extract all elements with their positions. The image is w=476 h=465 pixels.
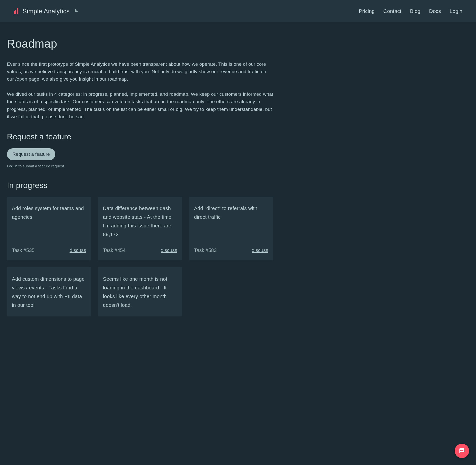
- intro-text-2: page, we also give you insight in our ro…: [27, 76, 128, 82]
- in-progress-heading: In progress: [7, 179, 273, 192]
- task-id: Task #583: [194, 246, 217, 254]
- task-title: Add "direct" to referrals with direct tr…: [194, 204, 268, 221]
- nav-login[interactable]: Login: [450, 7, 462, 15]
- task-id: Task #454: [103, 246, 125, 254]
- task-card: Data difference between dash and website…: [98, 197, 182, 260]
- content: Roadmap Ever since the first prototype o…: [0, 22, 280, 341]
- main-nav: Pricing Contact Blog Docs Login: [359, 7, 462, 15]
- task-title: Add custom dimensions to page views / ev…: [12, 275, 86, 310]
- brand-name: Simple Analytics: [23, 6, 70, 16]
- task-title: Add roles system for teams and agencies: [12, 204, 86, 221]
- task-grid: Add roles system for teams and agencies …: [7, 197, 273, 316]
- page-title: Roadmap: [7, 35, 273, 53]
- login-suffix: to submit a feature request.: [17, 164, 65, 168]
- main-header: Simple Analytics Pricing Contact Blog Do…: [0, 0, 476, 22]
- nav-docs[interactable]: Docs: [429, 7, 441, 15]
- brand[interactable]: Simple Analytics: [14, 6, 79, 16]
- task-title: Seems like one month is not loading in t…: [103, 275, 177, 310]
- task-footer: Task #535 discuss: [12, 246, 86, 254]
- request-feature-button[interactable]: Request a feature: [7, 148, 55, 160]
- nav-blog[interactable]: Blog: [410, 7, 420, 15]
- discuss-link[interactable]: discuss: [161, 246, 177, 254]
- nav-contact[interactable]: Contact: [383, 7, 401, 15]
- task-card: Add custom dimensions to page views / ev…: [7, 267, 91, 316]
- task-footer: Task #583 discuss: [194, 246, 268, 254]
- open-link[interactable]: /open: [15, 76, 28, 82]
- logo-icon: [14, 8, 18, 14]
- task-title: Data difference between dash and website…: [103, 204, 177, 239]
- moon-icon[interactable]: [74, 7, 79, 15]
- login-note: Log in to submit a feature request.: [7, 163, 273, 169]
- task-card: Seems like one month is not loading in t…: [98, 267, 182, 316]
- intro-paragraph: Ever since the first prototype of Simple…: [7, 61, 273, 83]
- discuss-link[interactable]: discuss: [70, 246, 86, 254]
- task-id: Task #535: [12, 246, 34, 254]
- task-card: Add "direct" to referrals with direct tr…: [189, 197, 273, 260]
- request-heading: Request a feature: [7, 130, 273, 143]
- login-link[interactable]: Log in: [7, 164, 17, 168]
- task-footer: Task #454 discuss: [103, 246, 177, 254]
- discuss-link[interactable]: discuss: [252, 246, 268, 254]
- nav-pricing[interactable]: Pricing: [359, 7, 375, 15]
- task-card: Add roles system for teams and agencies …: [7, 197, 91, 260]
- categories-paragraph: We dived our tasks in 4 categories; in p…: [7, 91, 273, 121]
